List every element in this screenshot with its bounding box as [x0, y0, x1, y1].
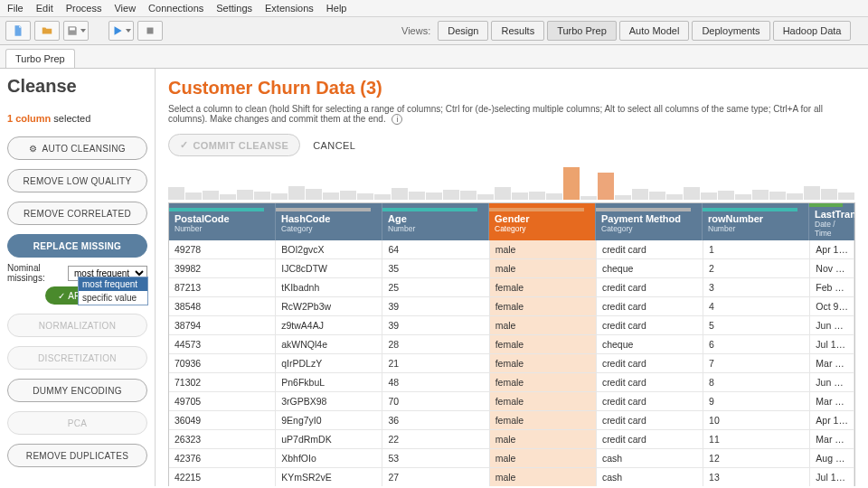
open-folder-button[interactable]: [34, 21, 60, 41]
menu-help[interactable]: Help: [326, 3, 347, 14]
cell: uP7dRmDK: [276, 430, 382, 448]
view-design[interactable]: Design: [438, 21, 488, 41]
column-header-hashcode[interactable]: HashCodeCategory: [276, 203, 382, 240]
view-hadoop-data[interactable]: Hadoop Data: [773, 21, 852, 41]
info-icon[interactable]: i: [392, 114, 402, 125]
table-row[interactable]: 38548RcW2Pb3w39femalecredit card4Oct 9, …: [169, 297, 854, 316]
cell: credit card: [597, 354, 703, 372]
cell: Mar 15, 20: [810, 354, 854, 372]
cell: 10: [703, 411, 810, 429]
cell: tKIbadnh: [276, 278, 382, 296]
run-button[interactable]: [108, 21, 134, 41]
remove-duplicates-button[interactable]: REMOVE DUPLICATES: [7, 444, 147, 467]
left-panel: Cleanse 1 column selected ⚙ AUTO CLEANSI…: [0, 69, 156, 486]
menu-settings[interactable]: Settings: [216, 3, 252, 14]
table-row[interactable]: 360499Eng7yI036femalecredit card10Apr 17…: [169, 411, 854, 430]
view-turbo-prep[interactable]: Turbo Prep: [547, 21, 617, 41]
views-label: Views:: [401, 25, 430, 36]
nominal-missings-dropdown[interactable]: most frequent specific value: [78, 277, 148, 305]
histogram-bar: [323, 192, 339, 200]
cell: 5: [703, 316, 810, 334]
cell: 42215: [169, 468, 276, 486]
histogram-bar: [580, 196, 597, 200]
cell: female: [490, 392, 597, 410]
column-header-postalcode[interactable]: PostalCodeNumber: [169, 203, 276, 240]
cell: akWNQl4e: [276, 335, 382, 353]
histogram-bar: [392, 188, 408, 200]
auto-cleansing-button[interactable]: ⚙ AUTO CLEANSING: [7, 136, 147, 160]
column-header-payment-method[interactable]: Payment MethodCategory: [596, 203, 703, 240]
cell: female: [490, 354, 597, 372]
histogram-bar: [203, 191, 219, 200]
cell: 71302: [169, 373, 276, 391]
cell: 28: [382, 335, 489, 353]
column-header-lasttransaction[interactable]: LastTransactionDate / Time: [809, 203, 854, 240]
histogram-bar: [477, 194, 494, 200]
cell: female: [490, 373, 597, 391]
column-header-rownumber[interactable]: rowNumberNumber: [703, 203, 809, 240]
cancel-button[interactable]: CANCEL: [313, 140, 355, 151]
menu-connections[interactable]: Connections: [148, 3, 203, 14]
menu-process[interactable]: Process: [66, 3, 102, 14]
cell: 3rGPBX98: [276, 392, 382, 410]
column-header-age[interactable]: AgeNumber: [382, 203, 489, 240]
histogram-bar: [460, 191, 476, 200]
table-row[interactable]: 42215KYmSR2vE27malecash13Jul 15, 201: [169, 468, 854, 486]
dummy-encoding-button[interactable]: DUMMY ENCODING: [7, 379, 147, 402]
table-row[interactable]: 42376XbhfOIo53malecash12Aug 31, 20: [169, 449, 854, 468]
menu-edit[interactable]: Edit: [36, 3, 53, 14]
cell: credit card: [597, 278, 703, 296]
stop-button[interactable]: [137, 21, 163, 41]
table-row[interactable]: 26323uP7dRmDK22malecredit card11Mar 11, …: [169, 430, 854, 449]
view-auto-model[interactable]: Auto Model: [619, 21, 690, 41]
column-histograms: [168, 167, 855, 200]
table-body: 49278BOI2gvcX64malecredit card1Apr 17, 2…: [169, 240, 854, 486]
view-deployments[interactable]: Deployments: [692, 21, 769, 41]
table-row[interactable]: 49278BOI2gvcX64malecredit card1Apr 17, 2…: [169, 240, 854, 259]
menu-extensions[interactable]: Extensions: [265, 3, 314, 14]
tabbar: Turbo Prep: [0, 45, 868, 69]
cell: cash: [597, 449, 703, 467]
cell: 7: [703, 354, 810, 372]
hint-text: Select a column to clean (hold Shift for…: [168, 104, 855, 125]
check-icon: ✓: [58, 291, 65, 301]
histogram-bar: [357, 193, 373, 200]
cell: 13: [703, 468, 810, 486]
table-row[interactable]: 497053rGPBX9870femalecredit card9Mar 30,…: [169, 392, 854, 411]
view-results[interactable]: Results: [491, 21, 544, 41]
new-file-button[interactable]: [5, 21, 31, 41]
cell: Jul 16, 201: [810, 335, 854, 353]
save-button[interactable]: [63, 21, 89, 41]
remove-correlated-button[interactable]: REMOVE CORRELATED: [7, 202, 147, 225]
cell: 21: [382, 354, 489, 372]
cell: 87213: [169, 278, 276, 296]
table-row[interactable]: 70936qIrPDLzY21femalecredit card7Mar 15,…: [169, 354, 854, 373]
panel-title: Cleanse: [7, 76, 147, 97]
table-row[interactable]: 44573akWNQl4e28femalecheque6Jul 16, 201: [169, 335, 854, 354]
column-header-gender[interactable]: GenderCategory: [489, 203, 596, 240]
table-row[interactable]: 87213tKIbadnh25femalecredit card3Feb 15,…: [169, 278, 854, 297]
nominal-missings-label: Nominal missings:: [7, 263, 64, 283]
table-row[interactable]: 38794z9twA4AJ39malecredit card5Jun 13, 2…: [169, 316, 854, 335]
dropdown-option[interactable]: specific value: [79, 291, 147, 305]
histogram-bar: [563, 167, 580, 200]
histogram-bar: [615, 195, 631, 200]
cell: Nov 25, 20: [810, 259, 854, 277]
histogram-bar: [735, 194, 751, 200]
histogram-bar: [306, 189, 322, 200]
menubar: FileEditProcessViewConnectionsSettingsEx…: [0, 0, 868, 17]
histogram-bar: [512, 192, 528, 200]
table-row[interactable]: 39982IJC8cDTW35malecheque2Nov 25, 20: [169, 259, 854, 278]
tab-turbo-prep[interactable]: Turbo Prep: [5, 49, 75, 68]
cell: XbhfOIo: [276, 449, 382, 467]
cell: credit card: [597, 373, 703, 391]
histogram-bar: [666, 194, 683, 200]
cell: credit card: [597, 240, 703, 258]
remove-low-quality-button[interactable]: REMOVE LOW QUALITY: [7, 169, 147, 192]
replace-missing-button[interactable]: REPLACE MISSING: [7, 234, 147, 258]
menu-view[interactable]: View: [114, 3, 136, 14]
commit-cleanse-button: ✓ COMMIT CLEANSE: [168, 134, 300, 156]
menu-file[interactable]: File: [7, 3, 24, 14]
dropdown-option[interactable]: most frequent: [79, 277, 147, 291]
table-row[interactable]: 71302Pn6FkbuL48femalecredit card8Jun 16,…: [169, 373, 854, 392]
